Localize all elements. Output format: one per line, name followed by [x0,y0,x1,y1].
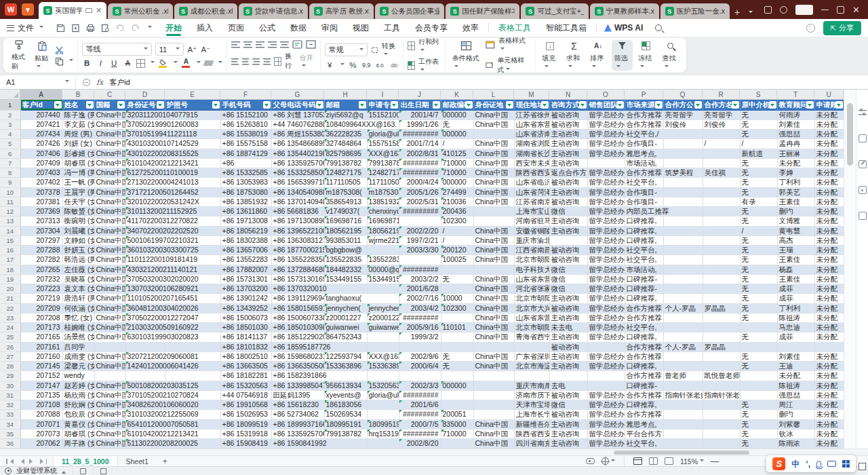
row-number[interactable]: 14 [0,226,20,235]
cell[interactable]: +86 56681836 [271,207,324,216]
cell[interactable]: 151521001 [367,110,399,119]
cell[interactable] [703,255,740,265]
cell[interactable]: 122593794 [324,352,367,361]
vertical-scrollbar-thumb[interactable] [847,103,853,166]
cell[interactable]: China中国 [94,362,125,371]
cell[interactable]: 蒯玓 [777,410,814,419]
cell[interactable]: China中国 [473,149,514,158]
cell[interactable]: 留学总经办 [587,255,625,265]
cell[interactable]: 无 [740,313,777,322]
convert-icon[interactable] [371,46,378,54]
cell[interactable]: +86 1340540988 [271,187,324,197]
align-bottom-icon[interactable] [256,41,264,48]
cell[interactable]: China中国 [94,313,125,322]
col-letter[interactable]: P [625,90,663,99]
percent-button[interactable]: % [348,61,358,69]
cell[interactable]: 广东省深圳 [514,352,549,361]
cell[interactable]: 社交平台, [625,178,663,187]
header-出生日期[interactable]: 出生日期 [399,100,441,110]
cell[interactable]: China中国 [94,119,125,129]
cell[interactable]: 370105199411221118 [125,130,220,139]
filter-dropdown-icon[interactable] [694,101,702,109]
cell[interactable]: 平台合作方 [625,429,663,438]
cell[interactable]: +86 18099519 [220,419,271,429]
cell[interactable]: 15320563( [367,381,399,390]
cell[interactable]: 无 [740,119,777,129]
cell[interactable]: 留学总经办 [587,187,625,197]
cell[interactable]: +86 1354866895 [271,139,324,149]
cell[interactable]: 新疆维吾尔 [514,419,549,429]
document-tab[interactable]: S公务员国企事业单 [375,3,444,19]
cell[interactable]: 无 [740,207,777,216]
row-number[interactable]: 13 [0,216,20,226]
cell[interactable] [703,284,740,294]
cell[interactable]: 主动咨询 [549,216,587,226]
cell[interactable]: +86 周煜155380 [271,130,324,139]
taskbar-up-icon[interactable] [62,469,66,474]
cell[interactable]: 320311200104077915 [125,110,220,119]
row-number[interactable]: 36 [0,439,20,449]
cell[interactable]: 合作方推荐 [625,342,663,352]
cell[interactable]: 430102200208315525 [125,149,220,158]
cell[interactable] [94,371,125,381]
row-number[interactable]: 10 [0,187,20,197]
cell[interactable]: 留学总经办 [587,149,625,158]
filter-dropdown-icon[interactable] [732,101,739,109]
cell[interactable]: 无 [740,419,777,429]
cell[interactable] [441,390,473,400]
cell[interactable]: +86 1971300890 [271,216,324,226]
col-letter[interactable]: R [703,90,740,99]
select-all-corner[interactable] [0,90,20,99]
cell[interactable]: 500106199702210321 [125,235,220,245]
cell[interactable]: 169698712 [367,216,399,226]
cell[interactable]: 155751588 [367,139,399,149]
save-icon[interactable] [56,24,65,33]
cell[interactable]: 184482332 [324,265,367,274]
cell[interactable]: 2002/8/31 [399,149,441,158]
col-letter[interactable]: K [441,90,473,99]
cell[interactable]: +86 15908419 [220,439,271,449]
cell[interactable]: 2002/3/3 [399,381,441,390]
cell[interactable]: 口碑推荐, [625,235,663,245]
fill-button[interactable]: ↓ 填充 [540,40,561,71]
cell[interactable] [165,342,220,352]
cell[interactable]: 未分配 [814,158,844,168]
cell[interactable]: 合作项目- [625,139,663,149]
new-tab-button[interactable]: + [731,7,743,19]
row-number[interactable]: 15 [0,235,20,245]
cell[interactable]: XXX@163.c [367,149,399,158]
cell[interactable]: 江西省南昌 [514,246,549,255]
cell[interactable]: 2002/7/16 [399,294,441,303]
cell[interactable]: 江苏省南京 [514,197,549,206]
cell[interactable]: 110112200109181419 [125,255,220,265]
cell[interactable]: 362228235 [324,130,367,139]
cell[interactable] [740,342,777,352]
cell[interactable]: wjrme221( [367,235,399,245]
cell[interactable]: China中国 [94,226,125,235]
cell[interactable]: 主动咨询 [549,362,587,371]
cell[interactable]: 610104200212213421 [125,158,220,168]
cell[interactable] [473,390,514,400]
col-letter[interactable]: F [220,90,271,99]
help-icon[interactable] [859,186,867,194]
cell[interactable]: +86 1899937166 [271,419,324,429]
document-tab[interactable]: S宁夏教师样本.xlsx [590,3,659,19]
cell[interactable]: gloria@uk( [367,390,399,400]
cell[interactable]: 留学总经办 [587,168,625,178]
print-icon[interactable] [86,24,95,33]
cell[interactable]: +86 19713008 [220,216,271,226]
row-number[interactable]: 5 [0,139,20,149]
filter-dropdown-icon[interactable] [655,101,663,109]
cell[interactable]: China中国 [94,381,125,390]
cell[interactable]: 2002/9/6 [399,352,441,361]
cell[interactable] [663,216,703,226]
cell[interactable]: 左佳薇 (女 [62,265,94,274]
cell[interactable]: 留学总经办 [587,216,625,226]
cell[interactable]: 10000 [441,294,473,303]
cell[interactable]: 青海省西宁 [514,332,549,342]
cell[interactable]: 117110505 [324,178,367,187]
cell[interactable] [94,342,125,352]
cell[interactable]: 微信 [549,400,587,410]
cell[interactable]: 刘素佳 [777,352,814,361]
cell[interactable]: 衡琬明 (女 [62,216,94,226]
